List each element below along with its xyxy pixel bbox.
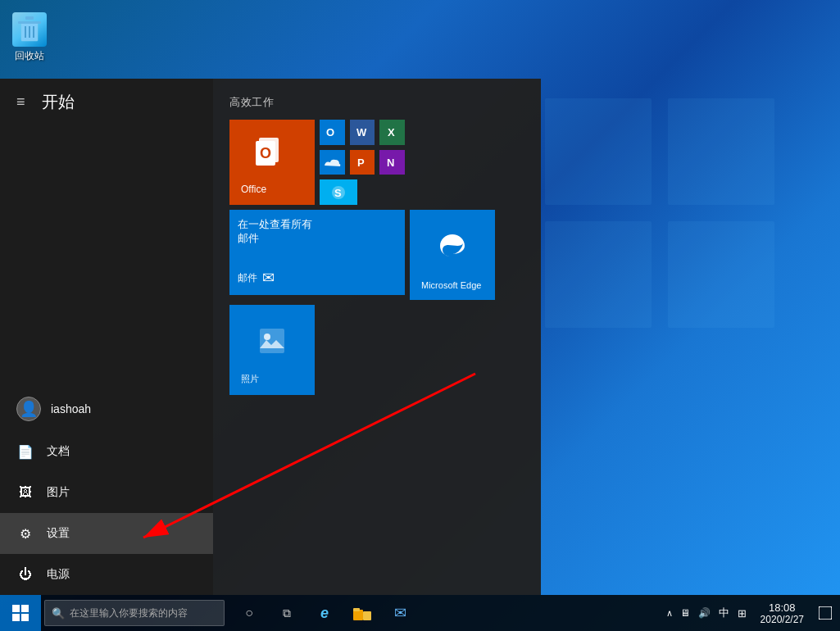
search-placeholder-text: 在这里输入你要搜索的内容: [70, 606, 188, 620]
start-menu-left-panel: ≡ 开始 👤 iashoah 📄 文档 🖼 图片 ⚙: [0, 79, 213, 595]
svg-text:S: S: [334, 187, 342, 199]
recycle-bin-icon: [12, 12, 47, 47]
menu-item-power[interactable]: ⏻ 电源: [0, 554, 213, 595]
taskbar-mail[interactable]: ✉: [382, 595, 418, 631]
svg-text:W: W: [356, 126, 367, 138]
pictures-icon: 🖼: [16, 483, 34, 502]
start-button[interactable]: [0, 595, 41, 631]
tray-volume-icon[interactable]: 🔊: [696, 606, 713, 620]
tray-network-icon[interactable]: 🖥: [678, 606, 692, 620]
start-menu-title: 开始: [42, 91, 75, 113]
svg-rect-3: [668, 221, 774, 328]
search-icon: 🔍: [52, 607, 65, 620]
svg-text:P: P: [357, 157, 365, 169]
mail-icon: ✉: [262, 269, 275, 287]
tile-office-apps: O W X: [320, 120, 405, 205]
menu-item-pictures-label: 图片: [47, 485, 70, 500]
svg-text:X: X: [388, 126, 395, 138]
win-logo-tr: [21, 605, 29, 612]
start-menu-header: ≡ 开始: [0, 79, 213, 125]
office-tile-icon: O: [236, 127, 308, 180]
office-apps-row2: P N: [320, 150, 405, 175]
hamburger-button[interactable]: ≡: [16, 93, 25, 111]
start-menu-items: 📄 文档 🖼 图片 ⚙ 设置 ⏻ 电源: [0, 431, 213, 595]
svg-rect-1: [668, 98, 774, 205]
svg-rect-27: [819, 606, 832, 620]
documents-icon: 📄: [16, 443, 34, 461]
tiles-grid: O Office O: [229, 120, 524, 395]
menu-item-pictures[interactable]: 🖼 图片: [0, 472, 213, 513]
svg-rect-20: [260, 329, 284, 353]
power-icon: ⏻: [16, 565, 34, 583]
tiles-section-title: 高效工作: [229, 95, 524, 110]
tile-office[interactable]: O Office: [229, 120, 315, 205]
tile-email-title: 在一处查看所有邮件: [238, 218, 397, 246]
svg-point-21: [264, 334, 270, 340]
notification-button[interactable]: [810, 595, 840, 631]
taskbar-edge[interactable]: e: [306, 595, 343, 631]
tray-keyboard-icon[interactable]: ⊞: [735, 606, 749, 621]
cortana-button[interactable]: ○: [231, 595, 267, 631]
win-logo-br: [21, 614, 29, 621]
recycle-bin[interactable]: 回收站: [12, 12, 47, 63]
svg-rect-2: [545, 221, 652, 328]
clock-date: 2020/2/27: [761, 614, 804, 625]
edge-tile-label: Microsoft Edge: [416, 277, 488, 293]
office-apps-row3: S: [320, 179, 405, 205]
svg-rect-5: [18, 21, 41, 24]
taskbar-search[interactable]: 🔍 在这里输入你要搜索的内容: [44, 600, 225, 626]
clock-area[interactable]: 18:08 2020/2/27: [754, 595, 810, 631]
tile-powerpoint[interactable]: P: [350, 150, 375, 175]
svg-rect-25: [353, 608, 360, 611]
start-menu: ≡ 开始 👤 iashoah 📄 文档 🖼 图片 ⚙: [0, 79, 541, 595]
task-view-button[interactable]: ⧉: [269, 595, 305, 631]
svg-text:O: O: [326, 126, 334, 138]
tray-input-icon[interactable]: 中: [716, 604, 732, 622]
start-menu-user[interactable]: 👤 iashoah: [0, 387, 213, 431]
tile-onenote[interactable]: N: [379, 150, 405, 175]
windows-logo-icon: [12, 605, 29, 621]
tile-email[interactable]: 在一处查看所有邮件 邮件 ✉: [229, 210, 405, 295]
tray-expand-button[interactable]: ∧: [665, 606, 674, 620]
office-tile-label: Office: [236, 180, 308, 198]
tile-onedrive[interactable]: [320, 150, 345, 175]
recycle-bin-label: 回收站: [15, 49, 44, 63]
user-avatar: 👤: [16, 397, 41, 421]
win-logo-bl: [12, 614, 20, 621]
email-sub-label: 邮件: [238, 271, 257, 285]
svg-rect-0: [545, 98, 652, 205]
tile-edge[interactable]: Microsoft Edge: [410, 210, 495, 300]
menu-item-settings[interactable]: ⚙ 设置: [0, 513, 213, 554]
taskbar-pinned-items: ○ ⧉ e ✉: [231, 595, 418, 631]
menu-item-settings-label: 设置: [47, 526, 70, 541]
svg-rect-6: [25, 16, 34, 20]
clock-time: 18:08: [769, 601, 796, 614]
office-apps-row1: O W X: [320, 120, 405, 145]
taskbar-right: ∧ 🖥 🔊 中 ⊞ 18:08 2020/2/27: [660, 595, 840, 631]
menu-item-documents-label: 文档: [47, 444, 70, 459]
settings-icon: ⚙: [16, 524, 34, 542]
edge-tile-icon: [416, 218, 488, 277]
tile-outlook[interactable]: O: [320, 120, 345, 145]
win-logo-tl: [12, 605, 20, 612]
user-name: iashoah: [51, 402, 91, 415]
svg-text:O: O: [260, 145, 271, 161]
menu-item-documents[interactable]: 📄 文档: [0, 431, 213, 472]
photos-tile-label: 照片: [236, 370, 308, 388]
system-tray: ∧ 🖥 🔊 中 ⊞: [660, 595, 754, 631]
tile-excel[interactable]: X: [379, 120, 405, 145]
desktop: 回收站 ≡ 开始 👤 iashoah 📄 文档 🖼: [0, 0, 840, 631]
tile-email-sub: 邮件 ✉: [238, 269, 397, 287]
taskbar: 🔍 在这里输入你要搜索的内容 ○ ⧉ e ✉ ∧ 🖥 🔊 中: [0, 595, 840, 631]
svg-text:N: N: [387, 157, 394, 169]
svg-rect-26: [363, 611, 371, 620]
photos-tile-icon: [236, 311, 308, 370]
tile-skype[interactable]: S: [320, 179, 357, 205]
windows-watermark: [545, 98, 774, 331]
menu-item-power-label: 电源: [47, 567, 70, 582]
taskbar-explorer[interactable]: [344, 595, 380, 631]
start-menu-tiles-panel: 高效工作 O Office: [213, 79, 541, 595]
tile-word[interactable]: W: [350, 120, 375, 145]
tile-photos[interactable]: 照片: [229, 305, 315, 395]
